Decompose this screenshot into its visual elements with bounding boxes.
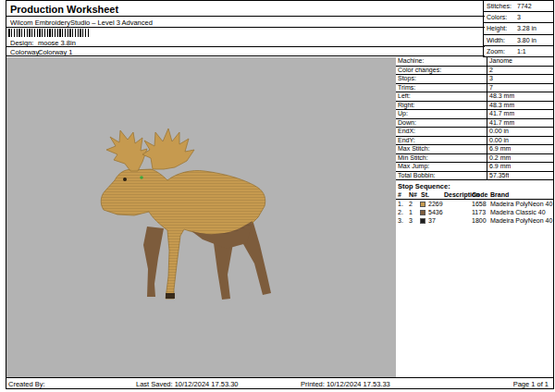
stop-sequence-title: Stop Sequence: [396, 180, 554, 190]
machine-panel: Machine:Janome Color changes:2 Stops:3 T… [396, 57, 554, 225]
machine-value: 48.3 mm [487, 92, 514, 101]
stat-value: 3.80 in [517, 37, 536, 43]
machine-label: Color changes: [396, 67, 487, 75]
stop-sequence-row: 1. 2 2269 1658 Madeira PolyNeon 40 [396, 200, 554, 208]
stat-value: 3.28 in [517, 25, 536, 31]
machine-label: Up: [396, 110, 487, 118]
col-stitches: St. [421, 191, 429, 198]
stat-zoom: Zoom: 1:1 [484, 46, 553, 57]
stat-value: 7742 [517, 3, 532, 9]
row-stitches: 37 [428, 217, 436, 224]
row-stitches: 2269 [428, 201, 443, 207]
machine-row: Down:41.7 mm [396, 119, 554, 129]
machine-label: Max Stitch: [396, 145, 487, 153]
row-needle: 1 [409, 209, 413, 215]
machine-label: EndY: [396, 137, 487, 145]
stat-height: Height: 3.28 in [484, 23, 553, 34]
col-code: Code [472, 191, 488, 198]
machine-row: Color changes:2 [396, 67, 554, 76]
stat-label: Colors: [487, 14, 507, 20]
machine-label: Total Bobbin: [396, 172, 487, 180]
design-label: Design: [10, 39, 33, 47]
moose-far-front-leg [143, 227, 164, 297]
row-code: 1173 [472, 209, 486, 215]
thread-color-swatch [420, 210, 426, 215]
page-title: Production Worksheet [6, 1, 485, 17]
stat-value: 3 [517, 14, 521, 20]
machine-value: 48.3 mm [487, 102, 514, 110]
machine-table: Machine:Janome Color changes:2 Stops:3 T… [396, 57, 554, 180]
design-value: moose 3.8in [38, 39, 76, 47]
stat-stitches: Stitches: 7742 [484, 1, 553, 12]
worksheet-page: Production Worksheet Wilcom EmbroiderySt… [6, 0, 554, 389]
row-brand: Madeira PolyNeon 40 [490, 217, 552, 224]
machine-value: 0.00 in [487, 137, 509, 145]
machine-label: Down: [396, 119, 487, 128]
machine-row: Machine:Janome [396, 57, 554, 67]
machine-value: 0.00 in [487, 128, 509, 136]
stat-label: Height: [487, 25, 507, 31]
col-brand: Brand [490, 191, 509, 198]
machine-value: 6.9 mm [487, 163, 511, 171]
machine-value: 41.7 mm [487, 119, 514, 128]
row-num: 2. [398, 209, 403, 215]
app-subtitle: Wilcom EmbroideryStudio – Level 3 Advanc… [6, 17, 485, 28]
barcode-row [6, 28, 485, 38]
machine-row: Trims:7 [396, 84, 554, 93]
printed-text: Printed: 10/12/2024 17.53.33 [301, 380, 390, 388]
machine-value: 41.7 mm [487, 110, 514, 118]
moose-left-antler [106, 130, 147, 171]
machine-value: 6.9 mm [487, 145, 511, 153]
stat-width: Width: 3.80 in [484, 35, 553, 46]
machine-label: EndX: [396, 128, 487, 136]
last-saved-text: Last Saved: 10/12/2024 17.53.30 [136, 380, 239, 388]
created-by-label: Created By: [8, 380, 45, 388]
design-barcode [8, 29, 90, 37]
row-num: 1. [398, 201, 403, 207]
design-canvas [6, 57, 396, 377]
machine-label: Max Jump: [396, 163, 487, 171]
stop-sequence-header: # N# St. Description Code Brand [396, 190, 554, 200]
machine-label: Left: [396, 92, 487, 101]
moose-right-antler [142, 129, 194, 169]
row-brand: Madeira PolyNeon 40 [490, 201, 552, 207]
machine-value: 7 [487, 84, 493, 92]
machine-label: Machine: [396, 57, 487, 66]
machine-value: 57.35ft [487, 172, 509, 180]
row-code: 1658 [472, 201, 487, 207]
machine-value: 0.2 mm [487, 154, 511, 163]
machine-row: Right:48.3 mm [396, 102, 554, 111]
machine-label: Trims: [396, 84, 487, 92]
machine-row: Min Stitch:0.2 mm [396, 154, 554, 164]
row-needle: 2 [409, 201, 413, 207]
colorway-label: Colorway: [10, 48, 41, 56]
machine-value: Janome [487, 57, 512, 66]
header: Production Worksheet Wilcom EmbroiderySt… [6, 1, 485, 56]
machine-row: Left:48.3 mm [396, 92, 554, 102]
colorway-value: Colorway 1 [38, 48, 73, 56]
row-num: 3. [398, 217, 403, 224]
col-needle: N# [409, 191, 417, 198]
stat-value: 1:1 [517, 48, 526, 55]
thread-color-swatch [420, 202, 426, 207]
machine-label: Min Stitch: [396, 154, 487, 163]
colorway-row: Colorway: Colorway 1 [6, 47, 485, 56]
page-number: Page 1 of 1 [513, 380, 549, 388]
stat-label: Stitches: [487, 3, 512, 9]
machine-row: EndY:0.00 in [396, 137, 554, 146]
stop-sequence-row: 2. 1 5436 1173 Madeira Classic 40 [396, 208, 554, 216]
row-code: 1800 [472, 217, 487, 224]
footer: Created By: Last Saved: 10/12/2024 17.53… [6, 377, 553, 389]
machine-row: EndX:0.00 in [396, 128, 554, 137]
stop-sequence-row: 3. 3 37 1800 Madeira PolyNeon 40 [396, 216, 554, 225]
machine-row: Max Jump:6.9 mm [396, 163, 554, 172]
col-num: # [398, 191, 401, 198]
machine-label: Stops: [396, 75, 487, 83]
machine-row: Stops:3 [396, 75, 554, 84]
moose-embroidery-design [99, 127, 293, 312]
stat-colors: Colors: 3 [484, 12, 553, 23]
row-needle: 3 [409, 217, 413, 224]
design-row: Design: moose 3.8in [6, 38, 485, 47]
machine-value: 2 [487, 67, 493, 75]
machine-row: Max Stitch:6.9 mm [396, 145, 554, 154]
